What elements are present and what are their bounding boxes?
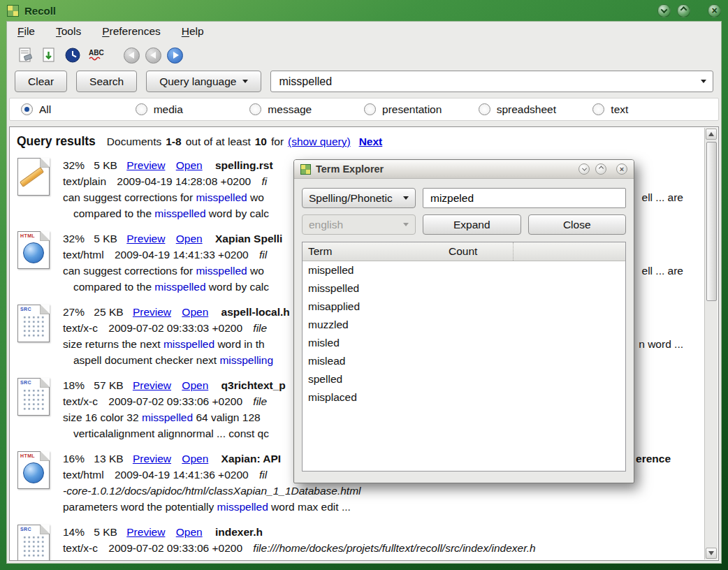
snippet-line: parameters word the potentially misspell… xyxy=(63,499,701,515)
filter-label: message xyxy=(268,103,312,116)
open-link[interactable]: Open xyxy=(176,526,203,538)
radio-icon xyxy=(364,103,376,115)
highlighted-term: misspelled xyxy=(196,191,247,203)
preview-link[interactable]: Preview xyxy=(126,233,165,244)
window-buttons: × xyxy=(657,4,721,17)
erase-search-icon[interactable] xyxy=(16,46,34,64)
file-size: 13 KB xyxy=(94,453,123,465)
preview-link[interactable]: Preview xyxy=(133,306,171,318)
go-next-button[interactable] xyxy=(167,48,183,64)
filter-radio-presentation[interactable]: presentation xyxy=(364,103,479,116)
chevron-up-icon xyxy=(598,166,603,170)
file-icon: HTML xyxy=(17,231,52,270)
results-heading: Query results xyxy=(17,134,96,149)
show-query-link[interactable]: (show query) xyxy=(288,136,351,148)
relevance-percent: 14% xyxy=(63,526,85,538)
doc-type-filter-row: Allmediamessagepresentationspreadsheette… xyxy=(9,98,719,121)
term-row[interactable]: misspelled xyxy=(303,279,625,298)
doc-url: file xyxy=(253,322,267,334)
open-link[interactable]: Open xyxy=(182,379,208,391)
term-row[interactable]: mislead xyxy=(303,352,625,370)
preview-link[interactable]: Preview xyxy=(133,453,171,465)
history-icon[interactable] xyxy=(64,46,82,64)
file-size: 57 KB xyxy=(94,379,123,391)
filter-label: media xyxy=(154,103,183,116)
dialog-maximize-button[interactable] xyxy=(595,163,606,175)
open-link[interactable]: Open xyxy=(182,306,208,318)
filter-radio-media[interactable]: media xyxy=(136,103,250,116)
file-icon: SRC xyxy=(17,377,52,417)
relevance-percent: 32% xyxy=(63,233,85,244)
search-button[interactable]: Search xyxy=(76,71,137,92)
term-row[interactable]: misapplied xyxy=(303,298,625,316)
term-row[interactable]: spelled xyxy=(303,370,625,388)
menu-preferences[interactable]: Preferences xyxy=(102,25,161,38)
file-type-tag: SRC xyxy=(20,380,31,385)
close-button[interactable]: × xyxy=(708,4,721,17)
maximize-button[interactable] xyxy=(677,4,690,17)
query-language-label: Query language xyxy=(159,75,236,88)
filter-radio-spreadsheet[interactable]: spreadsheet xyxy=(479,103,593,116)
recoll-app-icon xyxy=(7,5,19,17)
go-first-button[interactable] xyxy=(124,48,140,64)
search-query-combo[interactable] xyxy=(270,71,713,92)
chevron-down-icon[interactable] xyxy=(701,80,706,83)
highlighted-term: misspelled xyxy=(154,207,205,219)
chevron-up-icon xyxy=(680,6,687,13)
menu-help[interactable]: Help xyxy=(182,25,204,38)
dialog-close-button[interactable]: × xyxy=(616,163,627,175)
results-scrollbar[interactable] xyxy=(704,128,718,560)
next-page-link[interactable]: Next xyxy=(359,136,383,148)
result-title: Xapian: API xyxy=(221,453,282,465)
file-type-tag: SRC xyxy=(20,307,31,312)
results-range: 1-8 xyxy=(166,136,181,148)
term-input-wrap[interactable] xyxy=(423,188,626,208)
expand-button[interactable]: Expand xyxy=(423,214,521,235)
dialog-minimize-button[interactable] xyxy=(578,163,590,175)
term-input[interactable] xyxy=(429,191,620,205)
save-search-icon[interactable] xyxy=(40,46,58,64)
titlebar[interactable]: Recoll × xyxy=(0,0,728,21)
scrollbar-thumb[interactable] xyxy=(706,142,717,301)
chevron-down-icon xyxy=(242,80,248,83)
minimize-button[interactable] xyxy=(657,4,671,17)
doc-date: 2009-04-19 14:28:08 +0200 xyxy=(117,175,251,187)
preview-link[interactable]: Preview xyxy=(126,159,165,171)
preview-link[interactable]: Preview xyxy=(126,526,165,538)
filter-label: text xyxy=(611,103,628,116)
go-previous-button[interactable] xyxy=(145,48,161,64)
chevron-down-icon xyxy=(403,223,409,226)
search-query-input[interactable] xyxy=(277,75,701,89)
open-link[interactable]: Open xyxy=(176,233,203,244)
scroll-up-button[interactable] xyxy=(706,129,717,140)
file-type-tag: HTML xyxy=(20,453,35,458)
term-explorer-titlebar[interactable]: Term Explorer × xyxy=(294,160,634,179)
filter-radio-all[interactable]: All xyxy=(21,103,136,116)
highlighted-term: misspelled xyxy=(196,265,247,277)
filter-radio-message[interactable]: message xyxy=(249,103,364,116)
preview-link[interactable]: Preview xyxy=(133,379,171,391)
arrow-left-icon xyxy=(150,52,156,59)
query-language-select[interactable]: Query language xyxy=(146,71,261,92)
clear-button[interactable]: Clear xyxy=(15,71,67,92)
term-explorer-icon[interactable]: ABC xyxy=(87,46,105,64)
term-column-header[interactable]: Term xyxy=(303,242,447,261)
term-explorer-title: Term Explorer xyxy=(316,163,384,175)
term-row[interactable]: misled xyxy=(303,334,625,352)
menu-tools[interactable]: Tools xyxy=(56,25,81,38)
filter-radio-text[interactable]: text xyxy=(592,103,707,116)
relevance-percent: 16% xyxy=(63,453,85,465)
expansion-mode-select[interactable]: Spelling/Phonetic xyxy=(302,188,416,208)
filter-label: spreadsheet xyxy=(497,103,556,116)
count-column-header[interactable]: Count xyxy=(447,242,514,261)
term-row[interactable]: muzzled xyxy=(303,316,625,334)
dialog-close-action-button[interactable]: Close xyxy=(528,214,627,235)
term-row[interactable]: mispelled xyxy=(303,261,625,279)
scroll-down-button[interactable] xyxy=(706,548,717,559)
result-text: 14% 5 KB Preview Open indexer.h text/x-c… xyxy=(63,524,701,560)
open-link[interactable]: Open xyxy=(176,159,203,171)
open-link[interactable]: Open xyxy=(182,453,208,465)
results-total: 10 xyxy=(255,136,267,148)
menu-file[interactable]: File xyxy=(17,25,35,38)
term-row[interactable]: misplaced xyxy=(303,388,625,407)
